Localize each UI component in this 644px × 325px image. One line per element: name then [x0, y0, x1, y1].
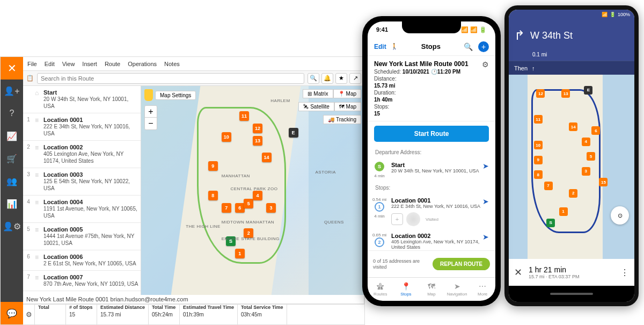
- nav-map-pin[interactable]: S: [546, 219, 555, 227]
- map-pin[interactable]: 8: [208, 191, 218, 200]
- stop-handle-icon[interactable]: ≡: [35, 117, 40, 137]
- nav-map-pin[interactable]: 7: [544, 182, 553, 190]
- tab-map[interactable]: 🗺Map: [419, 278, 444, 301]
- menu-file[interactable]: File: [27, 61, 37, 67]
- map-pin[interactable]: 1: [235, 249, 245, 258]
- search-box[interactable]: [37, 73, 304, 84]
- tab-stops[interactable]: 📍Stops: [393, 278, 419, 301]
- tab-navigation[interactable]: ➤Navigation: [444, 278, 470, 301]
- stop-item[interactable]: 6 ≡ Location 0006 2 E 61st St, New York,…: [23, 250, 141, 271]
- stop-item[interactable]: 5 ≡ Location 0005 1444 1st Avenue #75th,…: [23, 223, 141, 250]
- summary-gear-icon[interactable]: ⚙: [23, 305, 35, 324]
- tab-more[interactable]: ⋯More: [470, 278, 495, 301]
- app-logo[interactable]: ✕: [1, 57, 23, 80]
- nav-map-pin[interactable]: 4: [582, 138, 590, 146]
- map-tab[interactable]: 📍 Map: [333, 89, 361, 98]
- toolbar-icon[interactable]: ↗: [349, 73, 361, 84]
- satellite-tab[interactable]: 🛰 Satellite: [298, 102, 334, 111]
- navigate-icon[interactable]: ➤: [482, 233, 489, 241]
- nav-map-pin[interactable]: 9: [534, 156, 543, 164]
- map-tab2[interactable]: 🗺 Map: [334, 102, 361, 111]
- mobile-stop-item[interactable]: 0.65 mi26 min Location 0002 405 Lexingto…: [368, 229, 495, 250]
- add-button[interactable]: +: [478, 41, 489, 52]
- toolbar-icon[interactable]: 🔔: [321, 73, 333, 84]
- menu-notes[interactable]: Notes: [164, 61, 180, 67]
- map-pin[interactable]: 14: [262, 153, 272, 162]
- map-pin[interactable]: 12: [253, 124, 262, 133]
- toolbar-icon[interactable]: ★: [335, 73, 347, 84]
- stop-item[interactable]: 1 ≡ Location 0001 222 E 34th St, New Yor…: [23, 113, 141, 141]
- stop-handle-icon[interactable]: ⌂: [35, 89, 40, 110]
- mobile-stop-item[interactable]: 0.54 mi14 min Location 0001 222 E 34th S…: [368, 194, 495, 229]
- stop-item[interactable]: ⌂ Start 20 W 34th St, New York, NY 10001…: [23, 86, 141, 113]
- stop-handle-icon[interactable]: ≡: [35, 226, 40, 247]
- nav-map-pin[interactable]: 12: [536, 89, 545, 98]
- stop-item[interactable]: 8 ≡ Location 0008 533 W 47th St, New Yor…: [23, 291, 141, 295]
- menu-operations[interactable]: Operations: [128, 61, 157, 67]
- mobile-stop-item[interactable]: S4 min Start 20 W 34th St, New York, NY …: [368, 158, 495, 182]
- nav-map-pin[interactable]: 11: [534, 115, 543, 124]
- matrix-tab[interactable]: ⊞ Matrix: [303, 89, 333, 98]
- fingerprint-icon[interactable]: [406, 212, 420, 226]
- map-pin[interactable]: 3: [266, 203, 276, 213]
- map-panel[interactable]: 11121310149E876543S12 HARLEMMANHATTANCen…: [141, 86, 364, 295]
- edit-button[interactable]: Edit: [374, 43, 386, 50]
- map-pin[interactable]: 11: [239, 111, 249, 121]
- stop-item[interactable]: 3 ≡ Location 0003 125 E 54th St, New Yor…: [23, 168, 141, 196]
- map-pin[interactable]: 10: [222, 132, 231, 142]
- stop-handle-icon[interactable]: ≡: [35, 171, 40, 192]
- search-icon[interactable]: 🔍: [464, 42, 473, 51]
- close-button[interactable]: ✕: [514, 266, 522, 278]
- sidebar-nav-item[interactable]: 🛒: [1, 147, 23, 170]
- driver-icon[interactable]: 🚶: [391, 43, 398, 50]
- my-location-button[interactable]: ⊙: [611, 206, 629, 225]
- menu-view[interactable]: View: [62, 61, 75, 67]
- pegman-icon[interactable]: [144, 89, 153, 101]
- map-pin[interactable]: 4: [253, 191, 262, 200]
- menu-route[interactable]: Route: [105, 61, 120, 67]
- map-pin[interactable]: 9: [208, 161, 218, 171]
- stop-handle-icon[interactable]: ≡: [35, 144, 40, 164]
- note-icon[interactable]: +: [391, 213, 403, 225]
- map-pin[interactable]: 13: [253, 136, 262, 146]
- nav-map-pin[interactable]: E: [584, 86, 592, 95]
- route-settings-icon[interactable]: ⚙: [482, 60, 489, 69]
- nav-map[interactable]: 1213E111014984765321S15 ⊙: [509, 75, 634, 259]
- start-route-button[interactable]: Start Route: [374, 126, 489, 142]
- stop-handle-icon[interactable]: ≡: [35, 274, 40, 287]
- map-pin[interactable]: 7: [222, 203, 231, 213]
- navigate-icon[interactable]: ➤: [482, 162, 489, 170]
- tracking-button[interactable]: 🚚 Tracking: [323, 115, 361, 124]
- nav-map-pin[interactable]: 6: [591, 126, 600, 135]
- zoom-in-button[interactable]: +: [145, 106, 157, 118]
- menu-insert[interactable]: Insert: [82, 61, 97, 67]
- toolbar-icon[interactable]: 🔍: [308, 73, 319, 84]
- stop-item[interactable]: 4 ≡ Location 0004 1191 1st Avenue, New Y…: [23, 196, 141, 223]
- stop-item[interactable]: 2 ≡ Location 0002 405 Lexington Ave, New…: [23, 141, 141, 168]
- more-button[interactable]: ⋮: [620, 268, 629, 278]
- menu-edit[interactable]: Edit: [45, 61, 55, 67]
- nav-map-pin[interactable]: 1: [559, 207, 568, 216]
- replan-button[interactable]: REPLAN ROUTE: [433, 258, 490, 270]
- nav-map-pin[interactable]: 2: [569, 189, 577, 198]
- nav-map-pin[interactable]: 8: [534, 170, 543, 179]
- tab-routes[interactable]: 🛣Routes: [368, 278, 393, 301]
- sidebar-nav-item[interactable]: 📈: [1, 125, 23, 147]
- stop-handle-icon[interactable]: ≡: [35, 254, 40, 267]
- zoom-out-button[interactable]: −: [145, 118, 157, 129]
- map-settings-button[interactable]: Map Settings: [155, 91, 196, 100]
- nav-map-pin[interactable]: 14: [569, 122, 577, 131]
- stop-handle-icon[interactable]: ≡: [35, 199, 40, 219]
- map-pin[interactable]: 5: [244, 199, 253, 208]
- sidebar-nav-item[interactable]: 👥: [1, 170, 23, 192]
- sidebar-nav-item[interactable]: 📊: [1, 192, 23, 215]
- sidebar-nav-item[interactable]: ?: [1, 102, 23, 125]
- nav-map-pin[interactable]: 10: [534, 141, 543, 149]
- sidebar-nav-item[interactable]: 👤+: [1, 80, 23, 102]
- nav-map-pin[interactable]: 5: [587, 152, 595, 161]
- map-pin[interactable]: E: [289, 128, 298, 138]
- nav-map-pin[interactable]: 13: [561, 89, 570, 98]
- search-input[interactable]: [41, 75, 301, 82]
- navigate-icon[interactable]: ➤: [482, 197, 489, 206]
- chat-button[interactable]: 💬: [1, 302, 23, 324]
